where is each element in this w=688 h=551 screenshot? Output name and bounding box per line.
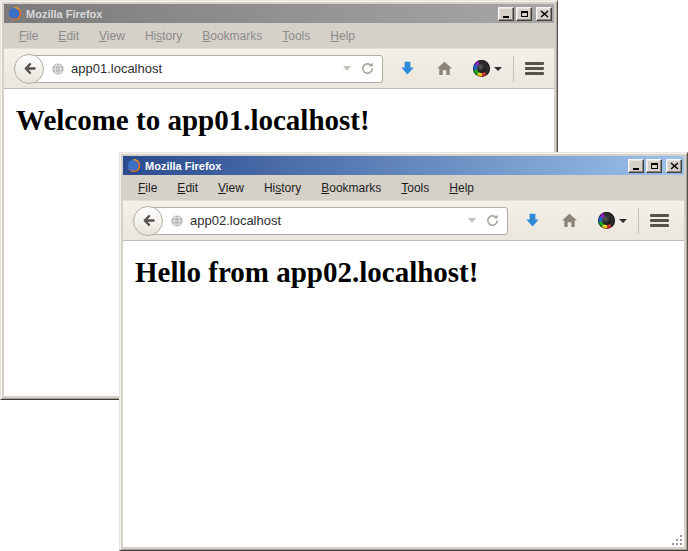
url-bar[interactable]: app02.localhost: [148, 207, 508, 235]
url-bar[interactable]: app01.localhost: [29, 55, 383, 83]
close-icon: [670, 162, 679, 170]
menu-file[interactable]: File: [128, 178, 167, 198]
minimize-button[interactable]: [628, 159, 644, 173]
page-content: Hello from app02.localhost!: [123, 241, 684, 547]
home-icon: [561, 212, 578, 229]
navigation-toolbar: app01.localhost: [4, 48, 554, 89]
back-arrow-icon: [21, 60, 38, 77]
menu-tools[interactable]: Tools: [272, 26, 320, 46]
url-text[interactable]: app01.localhost: [71, 61, 339, 76]
menu-history[interactable]: History: [254, 178, 311, 198]
chevron-down-icon: [619, 219, 627, 223]
search-engine-icon: [598, 212, 615, 229]
search-engine-button[interactable]: [473, 60, 502, 77]
close-button[interactable]: [536, 7, 552, 21]
close-icon: [540, 10, 549, 18]
globe-icon[interactable]: [170, 214, 184, 228]
download-button[interactable]: [524, 212, 541, 229]
reload-icon[interactable]: [360, 61, 375, 76]
search-engine-button[interactable]: [598, 212, 627, 229]
download-icon: [524, 212, 541, 229]
menu-bookmarks[interactable]: Bookmarks: [311, 178, 391, 198]
menu-file[interactable]: File: [9, 26, 48, 46]
urlbar-dropdown-icon[interactable]: [343, 66, 351, 71]
maximize-icon: [651, 163, 658, 169]
chevron-down-icon: [494, 67, 502, 71]
home-button[interactable]: [561, 212, 578, 229]
titlebar[interactable]: Mozilla Firefox: [4, 4, 554, 23]
window-title: Mozilla Firefox: [26, 8, 102, 20]
toolbar-separator: [513, 56, 514, 82]
navigation-toolbar: app02.localhost: [123, 200, 684, 241]
menu-help[interactable]: Help: [439, 178, 484, 198]
menu-edit[interactable]: Edit: [167, 178, 208, 198]
firefox-icon: [126, 158, 141, 173]
url-text[interactable]: app02.localhost: [190, 213, 464, 228]
search-engine-icon: [473, 60, 490, 77]
home-icon: [436, 60, 453, 77]
menu-bookmarks[interactable]: Bookmarks: [192, 26, 272, 46]
reload-icon[interactable]: [485, 213, 500, 228]
globe-icon[interactable]: [51, 62, 65, 76]
menu-history[interactable]: History: [135, 26, 192, 46]
titlebar[interactable]: Mozilla Firefox: [123, 156, 684, 175]
urlbar-dropdown-icon[interactable]: [468, 218, 476, 223]
toolbar-separator: [638, 208, 639, 234]
menu-view[interactable]: View: [89, 26, 135, 46]
menu-tools[interactable]: Tools: [391, 178, 439, 198]
home-button[interactable]: [436, 60, 453, 77]
maximize-button[interactable]: [646, 159, 662, 173]
page-heading: Welcome to app01.localhost!: [16, 104, 554, 137]
browser-window-app02: Mozilla Firefox File Edit View History B…: [119, 152, 688, 551]
minimize-icon: [633, 168, 639, 170]
download-icon: [399, 60, 416, 77]
back-arrow-icon: [140, 212, 157, 229]
back-button[interactable]: [133, 206, 163, 236]
firefox-icon: [7, 6, 22, 21]
menu-bar: File Edit View History Bookmarks Tools H…: [4, 23, 554, 48]
minimize-icon: [503, 16, 509, 18]
app-menu-button[interactable]: [650, 214, 669, 227]
resize-grip[interactable]: [671, 534, 684, 547]
minimize-button[interactable]: [498, 7, 514, 21]
menu-help[interactable]: Help: [320, 26, 365, 46]
menu-view[interactable]: View: [208, 178, 254, 198]
maximize-button[interactable]: [516, 7, 532, 21]
window-title: Mozilla Firefox: [145, 160, 221, 172]
menu-icon: [525, 62, 544, 65]
menu-icon: [650, 214, 669, 217]
app-menu-button[interactable]: [525, 62, 544, 75]
close-button[interactable]: [666, 159, 682, 173]
download-button[interactable]: [399, 60, 416, 77]
page-heading: Hello from app02.localhost!: [135, 256, 684, 289]
back-button[interactable]: [14, 54, 44, 84]
menu-bar: File Edit View History Bookmarks Tools H…: [123, 175, 684, 200]
maximize-icon: [521, 11, 528, 17]
menu-edit[interactable]: Edit: [48, 26, 89, 46]
